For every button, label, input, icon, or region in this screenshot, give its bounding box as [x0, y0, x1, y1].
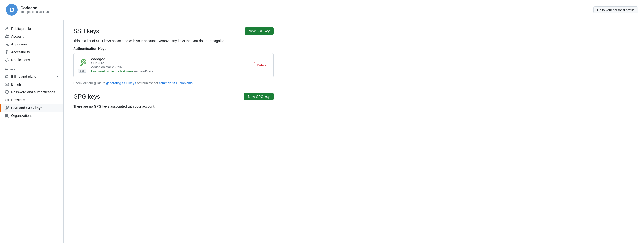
svg-rect-2	[10, 9, 13, 11]
sidebar-label-account: Account	[11, 35, 24, 38]
auth-keys-label: Authentication Keys	[73, 47, 274, 51]
person-icon	[5, 27, 9, 31]
sidebar-item-organizations[interactable]: Organizations	[0, 112, 63, 120]
sidebar-label-sessions: Sessions	[11, 98, 25, 102]
sidebar-label-accessibility: Accessibility	[11, 50, 30, 54]
ssh-section: SSH keys New SSH key This is a list of S…	[73, 27, 274, 85]
user-subtitle: Your personal account	[20, 10, 50, 14]
gpg-section: GPG keys New GPG key There are no GPG ke…	[73, 93, 274, 108]
gpg-section-title: GPG keys	[73, 93, 100, 100]
gpg-section-header: GPG keys New GPG key	[73, 93, 274, 100]
broadcast-icon	[5, 98, 9, 102]
ssh-key-card: SSH codegod SHA256: j Added on Mar 23, 2…	[73, 53, 274, 77]
accessibility-icon	[5, 50, 9, 54]
key-hash: SHA256: j	[91, 61, 154, 65]
sidebar-item-accessibility[interactable]: Accessibility	[0, 48, 63, 56]
sidebar-label-appearance: Appearance	[11, 42, 30, 46]
access-section-label: Access	[0, 64, 63, 73]
ssh-badge: SSH	[78, 69, 87, 73]
common-ssh-problems-link[interactable]: common SSH problems	[159, 81, 192, 85]
org-icon	[5, 114, 9, 118]
sidebar-label-organizations: Organizations	[11, 114, 32, 118]
delete-key-button[interactable]: Delete	[254, 62, 270, 69]
sidebar-label-password: Password and authentication	[11, 90, 55, 94]
key-icon-wrap: SSH	[78, 58, 87, 73]
sidebar-item-notifications[interactable]: Notifications	[0, 56, 63, 64]
header: Codegod Your personal account Go to your…	[0, 0, 644, 20]
new-gpg-key-button[interactable]: New GPG key	[244, 93, 274, 100]
generating-ssh-keys-link[interactable]: generating SSH keys	[106, 81, 136, 85]
header-left: Codegod Your personal account	[6, 4, 50, 16]
key-name: codegod	[91, 57, 154, 61]
ssh-section-header: SSH keys New SSH key	[73, 27, 274, 35]
billing-icon	[5, 75, 9, 79]
sidebar-item-billing[interactable]: Billing and plans ▾	[0, 73, 63, 80]
shield-icon	[5, 90, 9, 94]
gear-icon	[5, 35, 9, 38]
sidebar-label-notifications: Notifications	[11, 58, 30, 62]
sidebar-item-appearance[interactable]: Appearance	[0, 40, 63, 48]
sidebar-label-ssh-gpg: SSH and GPG keys	[11, 106, 42, 110]
ssh-description: This is a list of SSH keys associated wi…	[73, 39, 274, 43]
sidebar: Public profile Account Appearance	[0, 20, 64, 243]
chevron-down-icon: ▾	[57, 75, 58, 78]
sidebar-label-billing: Billing and plans	[11, 75, 36, 79]
gpg-empty-message: There are no GPG keys associated with yo…	[73, 104, 274, 108]
bell-icon	[5, 58, 9, 62]
paintbrush-icon	[5, 42, 9, 46]
avatar	[6, 4, 18, 16]
sidebar-item-account[interactable]: Account	[0, 33, 63, 40]
new-ssh-key-button[interactable]: New SSH key	[245, 27, 274, 35]
main-content: SSH keys New SSH key This is a list of S…	[64, 20, 284, 243]
ssh-key-icon	[78, 58, 87, 68]
key-icon	[5, 106, 9, 110]
sidebar-item-password[interactable]: Password and authentication	[0, 88, 63, 96]
key-info: codegod SHA256: j Added on Mar 23, 2023 …	[91, 57, 154, 73]
sidebar-label-public-profile: Public profile	[11, 27, 31, 31]
sidebar-item-sessions[interactable]: Sessions	[0, 96, 63, 104]
ssh-footer: Check out our guide to generating SSH ke…	[73, 81, 274, 85]
key-added: Added on Mar 23, 2023	[91, 65, 154, 69]
key-last-used: Last used within the last week — Read/wr…	[91, 69, 154, 73]
sidebar-item-emails[interactable]: Emails	[0, 80, 63, 88]
sidebar-item-ssh-gpg[interactable]: SSH and GPG keys	[0, 104, 63, 112]
username: Codegod	[20, 6, 50, 10]
mail-icon	[5, 82, 9, 86]
go-to-profile-button[interactable]: Go to your personal profile	[594, 6, 638, 14]
layout: Public profile Account Appearance	[0, 20, 644, 243]
sidebar-item-public-profile[interactable]: Public profile	[0, 25, 63, 33]
sidebar-label-emails: Emails	[11, 82, 22, 86]
ssh-section-title: SSH keys	[73, 28, 99, 35]
